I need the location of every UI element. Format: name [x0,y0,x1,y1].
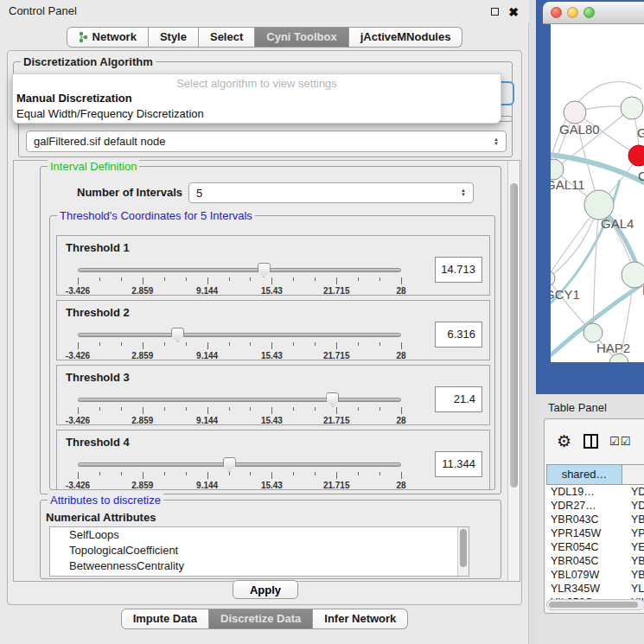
cell-shared-name[interactable]: YDL19… [546,485,622,499]
cell-name[interactable]: YER0 [622,540,644,554]
threshold-label: Threshold 2 [66,306,130,319]
vscrollbar-thumb[interactable] [510,183,518,488]
cell-name[interactable]: YDR2 [622,499,644,513]
node-attribute-table[interactable]: shared…nYDL19…YDL1YDR27…YDR2YBR043CYBR0Y… [546,464,644,609]
tab-select[interactable]: Select [199,27,255,48]
cell-shared-name[interactable]: YLR345W [546,582,622,596]
close-traffic-light-icon[interactable] [551,7,562,18]
tab-infer-network[interactable]: Infer Network [313,609,408,629]
number-of-intervals-combobox[interactable]: 5 ▲▼ [188,182,474,203]
table-row[interactable]: YDR27…YDR2 [546,499,644,513]
table-panel-body: ⚙ ☑☑ shared…nYDL19…YDL1YDR27…YDR2YBR043C… [544,418,644,614]
table-row[interactable]: YDL19…YDL1 [546,485,644,499]
table-data-combobox[interactable]: galFiltered.sif default node ▲▼ [26,131,507,152]
tab-label: Style [160,28,187,47]
attribute-item-topologicalcoefficient[interactable]: TopologicalCoefficient [50,543,469,558]
slider-thumb[interactable] [223,457,236,472]
slider-track[interactable] [78,268,401,272]
threshold-value-field[interactable]: 6.316 [435,322,482,348]
tab-network[interactable]: Network [67,27,149,48]
tab-cyni-toolbox[interactable]: Cyni Toolbox [255,27,348,48]
tab-jactivemnodules[interactable]: jActiveMNodules [349,27,463,48]
threshold-value-field[interactable]: 14.713 [435,257,482,283]
slider-tick-labels: -3.4262.8599.14415.4321.71528 [78,286,401,296]
slider-ticks [78,407,401,415]
tab-impute-data[interactable]: Impute Data [121,609,209,629]
cell-name[interactable]: YBR0 [622,554,644,568]
cell-shared-name[interactable]: YBL079W [546,568,622,582]
network-canvas[interactable]: GAL80GCGAL11GAL4GCY1HHAP2 [551,24,644,362]
table-hscrollbar[interactable] [546,599,644,610]
cell-name[interactable]: YBL0 [622,568,644,582]
float-window-icon[interactable] [491,8,499,16]
thresholds-group: Threshold's Coordinates for 5 Intervals … [49,215,495,490]
slider-track[interactable] [78,462,401,467]
cell-name[interactable]: YPR1 [622,526,644,540]
threshold-slider[interactable]: -3.4262.8599.14415.4321.71528 [78,458,401,489]
minimize-traffic-light-icon[interactable] [567,7,578,18]
numerical-attributes-list[interactable]: SelfLoopsTopologicalCoefficientBetweenne… [49,526,469,577]
cell-shared-name[interactable]: YDR27… [546,499,622,513]
columns-icon[interactable] [583,434,598,449]
cell-shared-name[interactable]: YBR045C [546,554,622,568]
table-row[interactable]: YLR345WYLR3 [546,582,644,596]
slider-tick-labels: -3.4262.8599.14415.4321.71528 [78,351,401,361]
dropdown-option-equal-width-frequency[interactable]: Equal Width/Frequency Discretization [13,106,501,122]
show-columns-icon[interactable]: ☑☑ [609,435,631,448]
table-row[interactable]: YER054CYER0 [546,540,644,554]
node-label: GAL11 [551,177,585,192]
network-node-hap2[interactable] [583,323,603,342]
network-icon [79,31,88,43]
tab-discretize-data[interactable]: Discretize Data [209,609,313,629]
slider-track[interactable] [78,333,401,337]
slider-thumb[interactable] [171,328,184,342]
attribute-item-selfloops[interactable]: SelfLoops [50,527,469,543]
table-row[interactable]: YBR045CYBR0 [546,554,644,568]
network-node-gal4[interactable] [584,190,614,220]
hscrollbar-thumb[interactable] [549,602,638,608]
settings-vscrollbar[interactable] [507,161,520,581]
attribute-item-betweennesscentrality[interactable]: BetweennessCentrality [50,558,469,574]
control-panel-titlebar: Control Panel ✖ [0,0,529,22]
network-node-g[interactable] [621,97,643,119]
gear-icon[interactable]: ⚙ [557,431,571,451]
slider-thumb[interactable] [258,263,271,277]
column-header-name[interactable]: n [622,464,644,485]
number-of-intervals-label: Number of Intervals [77,186,182,199]
threshold-slider[interactable]: -3.4262.8599.14415.4321.71528 [78,393,401,424]
tab-style[interactable]: Style [149,27,199,48]
network-node-c[interactable] [628,145,644,166]
attributes-list-vscrollbar[interactable] [457,527,469,576]
threshold-value-field[interactable]: 21.4 [435,386,482,412]
slider-thumb[interactable] [326,392,339,407]
top-tab-bar: NetworkStyleSelectCyni ToolboxjActiveMNo… [0,27,529,48]
table-row[interactable]: YPR145WYPR1 [546,526,644,540]
tab-label: Select [210,28,243,47]
cell-shared-name[interactable]: YPR145W [546,526,622,540]
slider-track[interactable] [78,398,401,402]
cell-shared-name[interactable]: YER054C [546,540,622,554]
network-node-h[interactable] [622,262,644,288]
table-panel-title: Table Panel [548,401,607,414]
table-row[interactable]: YBL079WYBL0 [546,568,644,582]
table-header-row: shared…n [546,464,644,485]
threshold-slider[interactable]: -3.4262.8599.14415.4321.71528 [78,328,401,360]
column-header-shared-name[interactable]: shared… [546,464,622,485]
close-icon[interactable]: ✖ [508,5,519,19]
cell-name[interactable]: YLR3 [622,582,644,596]
control-panel-window: Control Panel ✖ NetworkStyleSelectCyni T… [0,0,529,644]
dropdown-placeholder: Select algorithm to view settings [13,74,501,91]
network-node-gal80[interactable] [564,101,586,124]
cell-name[interactable]: YBR0 [622,513,644,526]
slider-ticks [78,342,401,350]
dropdown-option-manual-discretization[interactable]: Manual Discretization [13,91,501,106]
apply-button[interactable]: Apply [233,580,298,599]
table-row[interactable]: YBR043CYBR0 [546,513,644,526]
network-window-titlebar[interactable] [543,2,644,24]
cell-name[interactable]: YDL1 [622,485,644,499]
zoom-traffic-light-icon[interactable] [583,7,595,18]
slider-tick-labels: -3.4262.8599.14415.4321.71528 [78,481,401,491]
threshold-value-field[interactable]: 11.344 [435,451,482,477]
threshold-slider[interactable]: -3.4262.8599.14415.4321.71528 [78,264,401,295]
cell-shared-name[interactable]: YBR043C [546,513,622,526]
